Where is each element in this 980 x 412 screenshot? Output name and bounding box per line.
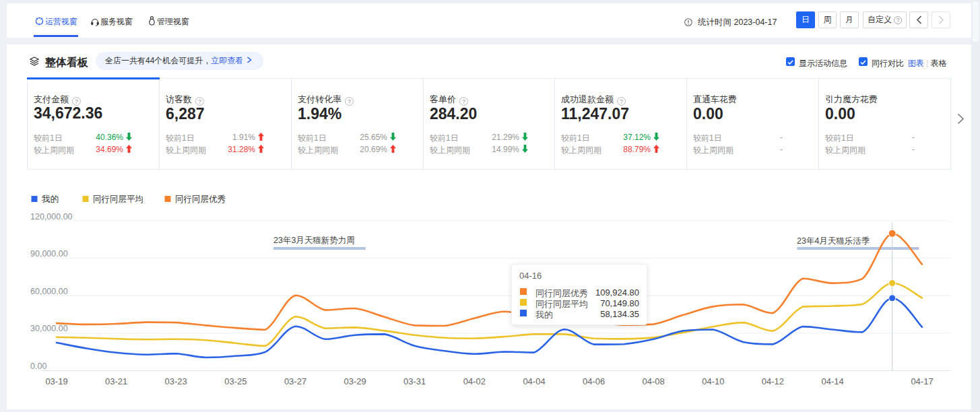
svg-text:120,000.00: 120,000.00	[30, 212, 73, 221]
svg-text:04-10: 04-10	[702, 376, 724, 386]
svg-text:03-31: 03-31	[403, 376, 426, 386]
svg-text:03-25: 03-25	[224, 376, 247, 386]
svg-text:04-12: 04-12	[762, 376, 784, 386]
svg-text:我的: 我的	[41, 195, 59, 204]
svg-text:同行同层优秀: 同行同层优秀	[175, 195, 226, 204]
svg-text:23年3月天猫新势力周: 23年3月天猫新势力周	[273, 236, 355, 245]
svg-text:04-17: 04-17	[911, 376, 933, 386]
svg-text:同行同层平均: 同行同层平均	[93, 195, 143, 204]
svg-text:04-04: 04-04	[523, 376, 545, 386]
svg-text:0.00: 0.00	[30, 362, 46, 371]
svg-text:03-27: 03-27	[284, 376, 306, 386]
svg-text:03-29: 03-29	[344, 376, 366, 386]
svg-text:04-14: 04-14	[821, 376, 843, 386]
svg-text:03-21: 03-21	[105, 376, 127, 386]
svg-text:04-08: 04-08	[643, 376, 665, 386]
svg-text:60,000.00: 60,000.00	[30, 287, 68, 296]
svg-text:04-02: 04-02	[463, 376, 486, 386]
svg-text:90,000.00: 90,000.00	[30, 249, 68, 259]
svg-text:04-06: 04-06	[583, 376, 605, 386]
svg-text:30,000.00: 30,000.00	[30, 324, 68, 333]
svg-text:03-19: 03-19	[45, 376, 67, 386]
svg-text:03-23: 03-23	[165, 376, 187, 386]
svg-text:23年4月天猫乐活季: 23年4月天猫乐活季	[797, 236, 870, 246]
